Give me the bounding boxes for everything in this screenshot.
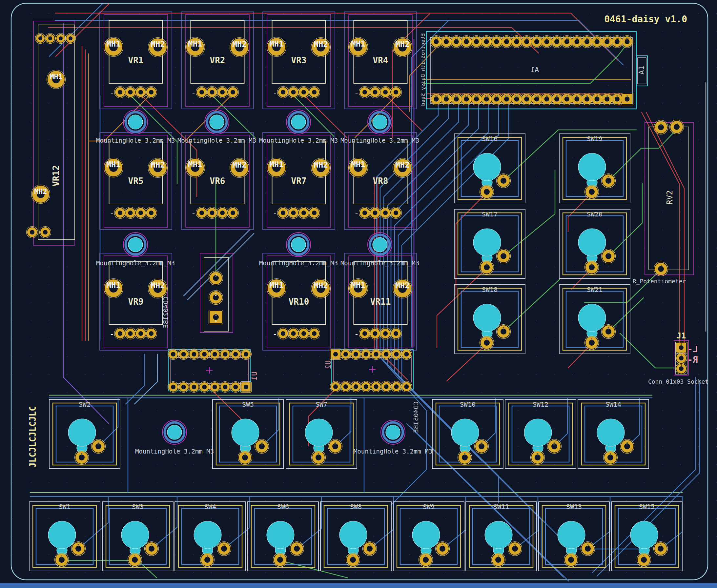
switch-pad-1[interactable]: 1 bbox=[312, 450, 326, 465]
pin-pad[interactable] bbox=[390, 207, 402, 219]
switch-pad-2[interactable]: 2 bbox=[497, 174, 511, 188]
mounting-hole[interactable]: MountingHole_3.2mm_M3 bbox=[340, 110, 419, 144]
switch-pad-2[interactable]: 2 bbox=[497, 249, 511, 263]
pin-pad[interactable] bbox=[277, 87, 289, 98]
socket-pad-36[interactable]: 36 bbox=[581, 36, 593, 48]
switch-SW4[interactable]: 12SW4 bbox=[175, 502, 246, 571]
switch-pad-1[interactable]: 1 bbox=[531, 450, 545, 465]
pin-pad[interactable] bbox=[125, 328, 136, 339]
trace[interactable] bbox=[588, 497, 610, 549]
switch-SW20[interactable]: 12SW20 bbox=[559, 209, 630, 278]
ic-pad[interactable] bbox=[391, 349, 402, 360]
trace[interactable] bbox=[280, 561, 348, 578]
vr-module-VR6[interactable]: MH1MH2VR6- bbox=[182, 132, 254, 230]
switch-pad-2[interactable]: 2 bbox=[508, 542, 522, 556]
switch-pad-2[interactable]: 2 bbox=[328, 439, 342, 454]
mounting-hole[interactable]: MountingHole_3.2mm_M3 bbox=[96, 232, 175, 267]
switch-pad-2[interactable]: 2 bbox=[547, 439, 562, 454]
trace[interactable] bbox=[134, 354, 157, 404]
ic-pad[interactable] bbox=[240, 349, 251, 360]
ic-pad[interactable] bbox=[381, 349, 392, 360]
pin-pad[interactable] bbox=[217, 207, 228, 219]
switch-pad-2[interactable]: 2 bbox=[363, 542, 377, 556]
trace[interactable] bbox=[126, 354, 144, 404]
ic-pad[interactable] bbox=[371, 349, 381, 360]
socket-pad-21[interactable]: 21 bbox=[430, 36, 442, 48]
ic-pad[interactable] bbox=[371, 381, 381, 392]
switch-SW5[interactable]: 12SW5 bbox=[213, 399, 283, 469]
switch-pad-2[interactable]: 2 bbox=[475, 439, 489, 454]
socket-pad-1[interactable]: 1 bbox=[621, 93, 633, 105]
socket-pad-22[interactable]: 22 bbox=[440, 36, 452, 48]
socket-pad-37[interactable]: 37 bbox=[591, 36, 603, 48]
potentiometer-rv1-pad-3[interactable]: 3 bbox=[209, 271, 223, 285]
switch-pad-2[interactable]: 2 bbox=[91, 439, 106, 454]
switch-pad-1[interactable]: 1 bbox=[637, 553, 651, 567]
trace[interactable] bbox=[608, 184, 642, 256]
pin-pad[interactable] bbox=[135, 207, 147, 219]
pin-pad[interactable] bbox=[114, 328, 126, 339]
pin-pad[interactable] bbox=[309, 328, 320, 339]
socket-pad-2[interactable]: 2 bbox=[611, 93, 623, 105]
switch-SW2[interactable]: 12SW2 bbox=[49, 399, 120, 469]
socket-pad-25[interactable]: 25 bbox=[470, 36, 483, 48]
pin-pad[interactable] bbox=[288, 87, 299, 98]
socket-pad-20[interactable]: 20 bbox=[430, 93, 442, 105]
socket-pad-4[interactable]: 4 bbox=[591, 93, 603, 105]
pin-pad[interactable] bbox=[26, 227, 38, 238]
trace[interactable] bbox=[442, 497, 466, 549]
ic-pad[interactable] bbox=[168, 382, 179, 393]
vr-module-VR3[interactable]: MH1MH2VR3- bbox=[263, 12, 335, 109]
switch-pad-1[interactable]: 1 bbox=[458, 450, 472, 465]
pin-pad[interactable] bbox=[277, 328, 289, 339]
pin-pad[interactable] bbox=[146, 328, 157, 339]
switch-SW7[interactable]: 12SW7 bbox=[286, 399, 357, 469]
socket-pad-16[interactable]: 16 bbox=[470, 93, 483, 105]
socket-pad-26[interactable]: 26 bbox=[481, 36, 493, 48]
socket-pad-35[interactable]: 35 bbox=[571, 36, 583, 48]
ic-pad[interactable] bbox=[199, 382, 210, 393]
ic-pad[interactable] bbox=[350, 381, 361, 392]
trace[interactable] bbox=[297, 497, 321, 549]
switch-SW14[interactable]: 12SW14 bbox=[578, 399, 649, 469]
pin-pad[interactable] bbox=[298, 207, 310, 219]
socket-pad-7[interactable]: 7 bbox=[561, 93, 573, 105]
trace[interactable] bbox=[304, 95, 347, 138]
ic-U1[interactable] bbox=[168, 349, 252, 393]
switch-pad-2[interactable]: 2 bbox=[71, 542, 86, 556]
switch-SW6[interactable]: 12SW6 bbox=[248, 502, 318, 571]
ic-pad[interactable] bbox=[189, 382, 199, 393]
vr-module-VR2[interactable]: MH1MH2VR2- bbox=[182, 12, 254, 109]
switch-pad-1[interactable]: 1 bbox=[128, 553, 142, 567]
switch-pad-2[interactable]: 2 bbox=[217, 542, 231, 556]
switch-SW11[interactable]: 12SW11 bbox=[466, 502, 536, 571]
pin-pad[interactable] bbox=[196, 87, 208, 98]
ic-pad[interactable] bbox=[360, 349, 371, 360]
pin-pad[interactable] bbox=[288, 207, 299, 219]
socket-pad-19[interactable]: 19 bbox=[440, 93, 452, 105]
pin-pad[interactable] bbox=[298, 328, 310, 339]
switch-pad-1[interactable]: 1 bbox=[201, 553, 214, 567]
mounting-hole[interactable]: MountingHole_3.2mm_M3 bbox=[340, 232, 419, 267]
switch-pad-2[interactable]: 2 bbox=[602, 174, 616, 188]
switch-SW19[interactable]: 12SW19 bbox=[559, 134, 630, 203]
connector-j1[interactable]: 123 bbox=[674, 340, 689, 375]
pin-pad[interactable] bbox=[380, 87, 391, 98]
ic-pad[interactable] bbox=[178, 382, 189, 393]
pin-pad[interactable] bbox=[227, 87, 239, 98]
ic-pad[interactable] bbox=[340, 349, 351, 360]
pin-pad[interactable] bbox=[380, 328, 391, 339]
switch-pad-1[interactable]: 1 bbox=[480, 260, 494, 274]
pin-pad[interactable] bbox=[146, 87, 157, 98]
pin-pad[interactable] bbox=[298, 87, 310, 98]
switch-SW13[interactable]: 12SW13 bbox=[539, 502, 609, 571]
ic-pad[interactable] bbox=[391, 381, 402, 392]
switch-SW17[interactable]: 12SW17 bbox=[454, 209, 525, 278]
switch-SW21[interactable]: 12SW21 bbox=[559, 285, 630, 354]
pin-pad[interactable] bbox=[114, 87, 126, 98]
ic-pad[interactable] bbox=[168, 349, 179, 360]
ic-pad[interactable] bbox=[330, 381, 341, 392]
trace[interactable] bbox=[447, 344, 487, 381]
socket-pad-23[interactable]: 23 bbox=[450, 36, 462, 48]
potentiometer-rv1[interactable]: 321x bbox=[200, 253, 233, 333]
